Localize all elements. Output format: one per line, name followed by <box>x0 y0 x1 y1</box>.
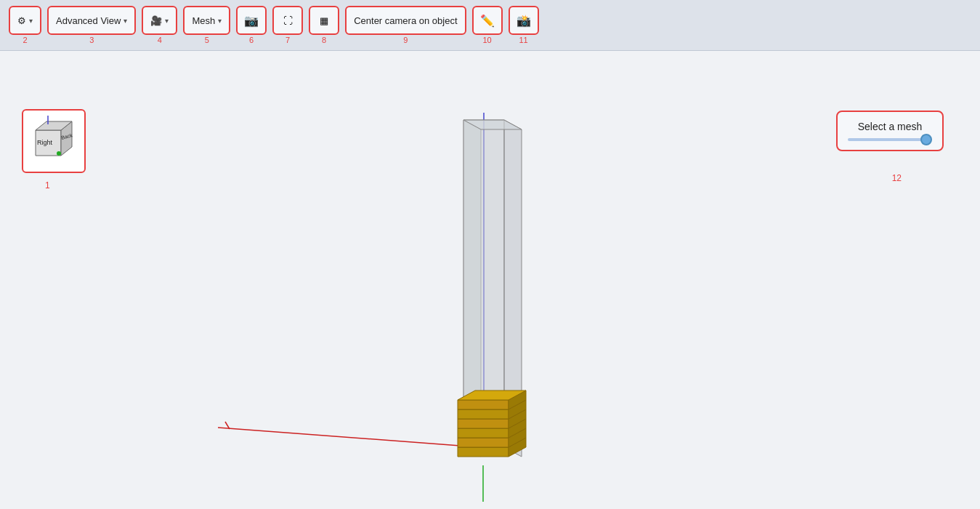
settings-button[interactable]: ⚙ ▾ <box>9 6 41 35</box>
toolbar-num-10: 10 <box>482 36 491 44</box>
advanced-view-label: Advanced View <box>56 15 121 26</box>
center-camera-button[interactable]: Center camera on object <box>345 6 466 35</box>
scene-svg <box>0 51 980 509</box>
center-camera-label: Center camera on object <box>354 15 457 26</box>
toolbar-num-11: 11 <box>519 36 527 44</box>
mesh-slider-thumb[interactable] <box>920 134 932 145</box>
fullscreen-icon: ⛶ <box>283 15 293 26</box>
toolbar-group-2: ⚙ ▾ 2 <box>9 6 41 44</box>
chevron-down-icon: ▾ <box>29 17 33 25</box>
mesh-label: Mesh <box>192 15 215 26</box>
toolbar-group-7: ⛶ 7 <box>272 6 303 44</box>
edit-button[interactable]: ✏️ <box>472 6 503 35</box>
mesh-slider-track[interactable] <box>848 138 932 141</box>
select-mesh-label: Select a mesh <box>848 121 932 132</box>
grid-button[interactable]: ▦ <box>309 6 339 35</box>
mesh-button[interactable]: Mesh ▾ <box>183 6 230 35</box>
svg-point-32 <box>57 151 61 156</box>
svg-marker-8 <box>458 447 509 457</box>
camera-icon: 📷 <box>244 14 259 28</box>
canvas-area: Right Back 1 Select a mesh 12 <box>0 51 980 509</box>
grid-icon: ▦ <box>320 15 328 26</box>
svg-marker-20 <box>458 409 509 419</box>
pencil-icon: ✏️ <box>480 14 495 28</box>
snapshot-icon: 📸 <box>517 14 531 28</box>
chevron-down-icon: ▾ <box>123 17 127 25</box>
svg-marker-23 <box>458 400 509 409</box>
toolbar-num-6: 6 <box>249 36 254 44</box>
svg-marker-11 <box>458 438 509 447</box>
toolbar-num-8: 8 <box>322 36 326 44</box>
advanced-view-button[interactable]: Advanced View ▾ <box>47 6 136 35</box>
video-button[interactable]: 🎥 ▾ <box>142 6 177 35</box>
toolbar-num-9: 9 <box>403 36 408 44</box>
toolbar-group-5: Mesh ▾ 5 <box>183 6 230 44</box>
toolbar: ⚙ ▾ 2 Advanced View ▾ 3 🎥 ▾ 4 Mesh ▾ 5 📷… <box>0 0 980 51</box>
toolbar-num-7: 7 <box>286 36 290 44</box>
viewport-cube[interactable]: Right Back <box>22 109 86 173</box>
chevron-down-icon: ▾ <box>218 17 222 25</box>
svg-text:Right: Right <box>37 139 53 146</box>
gear-icon: ⚙ <box>17 15 26 26</box>
video-icon: 🎥 <box>150 15 162 26</box>
toolbar-num-2: 2 <box>23 36 27 44</box>
fullscreen-button[interactable]: ⛶ <box>272 6 303 35</box>
select-mesh-num: 12 <box>892 173 902 183</box>
toolbar-group-4: 🎥 ▾ 4 <box>142 6 177 44</box>
toolbar-group-10: ✏️ 10 <box>472 6 503 44</box>
toolbar-group-8: ▦ 8 <box>309 6 339 44</box>
toolbar-num-4: 4 <box>158 36 162 44</box>
viewport-cube-num: 1 <box>45 180 50 191</box>
svg-marker-17 <box>458 419 509 428</box>
select-mesh-panel[interactable]: Select a mesh <box>836 111 944 151</box>
svg-marker-14 <box>458 428 509 438</box>
toolbar-group-3: Advanced View ▾ 3 <box>47 6 136 44</box>
toolbar-num-5: 5 <box>205 36 209 44</box>
camera-button[interactable]: 📷 <box>236 6 267 35</box>
toolbar-group-11: 📸 11 <box>509 6 539 44</box>
svg-line-0 <box>218 428 479 447</box>
toolbar-group-9: Center camera on object 9 <box>345 6 466 44</box>
toolbar-group-6: 📷 6 <box>236 6 267 44</box>
toolbar-num-3: 3 <box>89 36 94 44</box>
chevron-down-icon: ▾ <box>165 17 169 25</box>
snapshot-button[interactable]: 📸 <box>509 6 539 35</box>
